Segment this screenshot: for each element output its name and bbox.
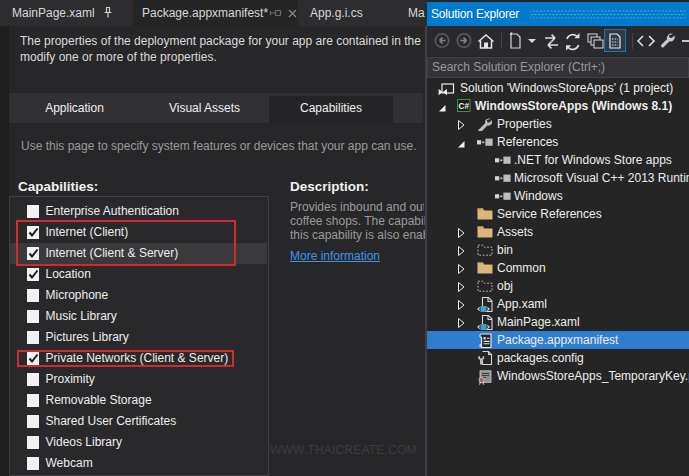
svg-text:C#: C# xyxy=(459,102,470,111)
